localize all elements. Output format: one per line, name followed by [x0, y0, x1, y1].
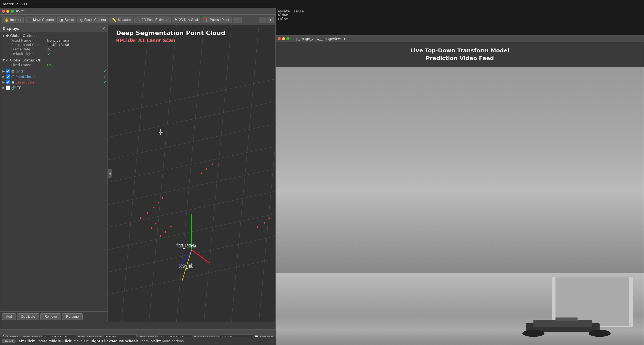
tf-checkbox[interactable] — [6, 85, 10, 90]
3d-viewport[interactable]: front_camera base_link ✛ Deep Segmentati… — [108, 25, 275, 322]
tf-label: TF — [17, 86, 21, 90]
tf-display-item[interactable]: ▶ 🔗 TF — [0, 85, 108, 90]
frame-rate-label: Frame Rate — [11, 47, 47, 51]
main-content-area: Displays ✕ ▼ ⚙ Global Options Fixed Fram… — [0, 25, 275, 322]
pointcloud-visible-icon: ✔ — [103, 74, 106, 79]
displays-panel: Displays ✕ ▼ ⚙ Global Options Fixed Fram… — [0, 25, 108, 322]
laserscan-checkbox[interactable] — [6, 80, 10, 84]
global-status-icon: ✔ — [6, 58, 9, 62]
laserscan-visible-icon: ✔ — [103, 80, 106, 84]
left-click-value: Rotate — [36, 339, 47, 343]
svg-text:✛: ✛ — [159, 128, 163, 137]
minimize-button[interactable] — [6, 10, 9, 13]
svg-point-20 — [151, 227, 152, 229]
right-panels-area: ensate: False aldar False rqt_image_view… — [276, 8, 644, 345]
displays-tree: ▼ ⚙ Global Options Fixed Frame front_cam… — [0, 32, 108, 311]
rqt-content: Live Top-Down Transform Model Prediction… — [276, 42, 644, 345]
remove-display-button[interactable]: Remove — [40, 313, 61, 320]
displays-close-button[interactable]: ✕ — [102, 26, 105, 31]
rqt-maximize-button[interactable] — [286, 37, 289, 40]
grid-expand: ▶ — [1, 69, 6, 73]
publish-point-icon: 📍 — [204, 18, 209, 22]
rqt-window-controls — [278, 37, 289, 40]
displays-header: Displays ✕ — [0, 25, 108, 32]
window-controls — [2, 10, 14, 13]
laserscan-icon: ◉ — [11, 80, 14, 84]
select-button[interactable]: ▣ Select — [57, 17, 76, 23]
rename-display-button[interactable]: Rename — [62, 313, 83, 320]
svg-line-0 — [108, 79, 275, 115]
more-options-button[interactable]: ▾ — [267, 17, 274, 23]
default-light-value[interactable]: ✔ — [47, 52, 50, 56]
svg-line-9 — [122, 25, 149, 322]
close-button[interactable] — [2, 10, 5, 13]
2d-nav-button[interactable]: ⚑ 2D Nav Goal — [172, 17, 200, 23]
measure-button[interactable]: 📏 Measure — [109, 17, 133, 23]
top-terminal-bar: meter: 2263.6 — [0, 0, 644, 8]
fixed-frame-status-value: OK — [47, 63, 52, 67]
rqt-window: rqt_image_view__ImageView - rqt Live Top… — [276, 35, 644, 345]
svg-point-18 — [158, 202, 159, 204]
interact-button[interactable]: ✋ Interact — [2, 17, 24, 23]
pointcloud-checkbox[interactable] — [6, 74, 10, 79]
bg-color-label: Background Color — [11, 43, 47, 47]
displays-title: Displays — [2, 26, 19, 31]
publish-point-button[interactable]: 📍 Publish Point — [202, 17, 232, 23]
add-tool-button[interactable]: ➕ — [233, 17, 242, 23]
svg-point-24 — [170, 225, 171, 227]
pointcloud-display-item[interactable]: ▶ ⬡ PointCloud ✔ — [0, 74, 108, 79]
grid-display-item[interactable]: ▶ ⊞ Grid ✔ — [0, 68, 108, 74]
svg-line-32 — [192, 250, 210, 263]
focus-camera-button[interactable]: ◎ Focus Camera — [77, 17, 109, 23]
svg-point-17 — [153, 207, 154, 209]
default-light-check: ✔ — [47, 52, 50, 56]
2d-pose-icon: → — [137, 18, 141, 22]
svg-line-1 — [108, 101, 275, 137]
svg-point-27 — [212, 163, 213, 165]
rviz-toolbar: ✋ Interact 🎥 Move Camera ▣ Select ◎ Focu… — [0, 15, 275, 25]
terminal-line-1: ensate: False — [278, 9, 642, 13]
maximize-button[interactable] — [11, 10, 14, 13]
2d-pose-button[interactable]: → 2D Pose Estimate — [134, 17, 171, 23]
add-display-button[interactable]: Add — [2, 313, 16, 320]
minimize-panel-button[interactable]: − — [259, 17, 266, 23]
frame-rate-value[interactable]: 30 — [47, 47, 51, 51]
svg-line-3 — [108, 146, 275, 182]
status-bar: Reset Left-Click: Rotate Middle-Click: M… — [0, 337, 276, 345]
laserscan-display-item[interactable]: ▶ ◉ LaserScan ✔ — [0, 79, 108, 85]
svg-line-12 — [204, 25, 232, 322]
svg-point-45 — [522, 330, 544, 337]
robot-camera-view — [276, 273, 644, 345]
global-status-label: Global Status: Ok — [10, 58, 41, 62]
bg-color-value[interactable]: 48; 48; 48 — [47, 43, 69, 47]
global-options-expand: ▼ — [1, 34, 6, 37]
tf-icon: 🔗 — [11, 86, 16, 90]
terminal-line-2: aldar — [278, 13, 642, 17]
svg-text:base_link: base_link — [179, 263, 193, 269]
svg-point-15 — [140, 217, 141, 219]
svg-point-16 — [147, 212, 148, 214]
fixed-frame-status-label: Fixed Frame — [11, 63, 47, 67]
rqt-title-area: Live Top-Down Transform Model Prediction… — [276, 42, 644, 67]
fixed-frame-status-prop: Fixed Frame OK — [0, 63, 108, 67]
move-camera-button[interactable]: 🎥 Move Camera — [25, 17, 56, 23]
interact-icon: ✋ — [4, 18, 9, 22]
global-options-item[interactable]: ▼ ⚙ Global Options — [0, 33, 108, 38]
svg-point-21 — [155, 223, 156, 225]
frame-rate-prop: Frame Rate 30 — [0, 47, 108, 52]
global-status-item[interactable]: ▼ ✔ Global Status: Ok — [0, 58, 108, 63]
robot-scene — [276, 67, 644, 273]
grid-label: Grid — [15, 69, 23, 73]
rviz-titlebar: RViz* — [0, 8, 275, 15]
focus-camera-icon: ◎ — [80, 18, 83, 22]
rqt-video-feed — [276, 67, 644, 273]
svg-point-30 — [257, 226, 258, 228]
svg-line-14 — [259, 25, 275, 322]
grid-checkbox[interactable] — [6, 69, 10, 73]
duplicate-display-button[interactable]: Duplicate — [17, 313, 39, 320]
fixed-frame-value[interactable]: front_camera — [47, 39, 69, 42]
reset-view-button[interactable]: Reset — [2, 339, 15, 343]
rqt-minimize-button[interactable] — [282, 37, 285, 40]
rqt-close-button[interactable] — [278, 37, 281, 40]
collapse-panel-arrow[interactable]: ◀ — [108, 169, 112, 178]
